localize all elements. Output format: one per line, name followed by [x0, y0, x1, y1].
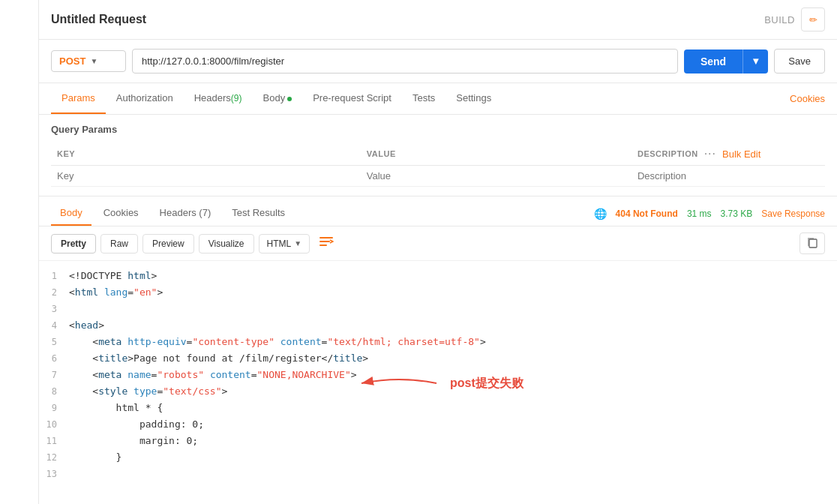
url-input[interactable] [132, 49, 678, 74]
key-input[interactable] [57, 170, 355, 182]
line-number: 9 [39, 400, 69, 416]
response-status-bar: 🌐 404 Not Found 31 ms 3.73 KB Save Respo… [594, 208, 825, 220]
tab-authorization[interactable]: Authorization [106, 83, 184, 114]
code-line: 10 padding: 0; [39, 417, 837, 434]
save-button[interactable]: Save [774, 49, 825, 74]
chevron-down-icon: ▼ [294, 239, 302, 248]
line-content: padding: 0; [69, 417, 837, 433]
params-table: KEY VALUE DESCRIPTION ··· Bulk Edit [51, 142, 825, 187]
line-number: 13 [39, 466, 69, 482]
params-row [51, 166, 825, 187]
value-column-header: VALUE [361, 142, 632, 166]
code-line: 5 <meta http-equiv="content-type" conten… [39, 334, 837, 351]
code-line: 2<html lang="en"> [39, 285, 837, 302]
key-column-header: KEY [51, 142, 361, 166]
main-content: Untitled Request BUILD ✏ POST ▼ Send ▼ [39, 0, 837, 504]
status-badge: 404 Not Found [616, 208, 678, 219]
svg-rect-3 [809, 239, 817, 248]
line-content: html * { [69, 400, 837, 416]
line-content: <!DOCTYPE html> [69, 268, 837, 284]
edit-icon: ✏ [809, 14, 818, 26]
save-response-button[interactable]: Save Response [761, 208, 825, 219]
cookies-link[interactable]: Cookies [790, 93, 825, 104]
response-time: 31 ms [687, 208, 712, 219]
line-number: 4 [39, 318, 69, 333]
language-label: HTML [267, 238, 292, 249]
globe-icon: 🌐 [594, 208, 607, 220]
language-select[interactable]: HTML ▼ [259, 234, 310, 254]
tab-headers[interactable]: Headers(9) [184, 83, 253, 114]
line-number: 1 [39, 268, 69, 284]
format-pretty-button[interactable]: Pretty [51, 234, 96, 254]
line-number: 12 [39, 450, 69, 465]
chevron-down-icon: ▼ [751, 56, 760, 67]
code-line: 12 } [39, 450, 837, 466]
tab-tests[interactable]: Tests [402, 83, 446, 114]
response-toolbar: Pretty Raw Preview Visualize HTML ▼ [39, 226, 837, 261]
code-line: 3 [39, 302, 837, 318]
tab-settings[interactable]: Settings [446, 83, 502, 114]
send-dropdown-button[interactable]: ▼ [742, 50, 768, 74]
code-line: 11 margin: 0; [39, 434, 837, 450]
copy-button[interactable] [800, 232, 825, 254]
resp-tab-headers[interactable]: Headers (7) [151, 201, 220, 226]
method-select[interactable]: POST ▼ [51, 50, 126, 72]
resp-tab-cookies[interactable]: Cookies [94, 201, 148, 226]
line-content: <title>Page not found at /film/register<… [69, 351, 837, 367]
code-area: 1<!DOCTYPE html>2<html lang="en">34<head… [39, 261, 837, 490]
resp-tab-test-results[interactable]: Test Results [223, 201, 294, 226]
code-line: 1<!DOCTYPE html> [39, 268, 837, 285]
url-bar: POST ▼ Send ▼ Save [39, 40, 837, 83]
line-number: 11 [39, 434, 69, 448]
chevron-down-icon: ▼ [90, 57, 98, 65]
send-button-group: Send ▼ [684, 50, 768, 74]
bulk-edit-button[interactable]: Bulk Edit [722, 148, 760, 160]
line-number: 5 [39, 334, 69, 350]
word-wrap-button[interactable] [314, 234, 338, 253]
line-number: 7 [39, 368, 69, 382]
tab-body[interactable]: Body [253, 83, 303, 114]
code-line: 4<head> [39, 318, 837, 334]
format-raw-button[interactable]: Raw [100, 234, 138, 254]
line-content: <head> [69, 318, 837, 334]
line-number: 3 [39, 302, 69, 316]
resp-tab-body[interactable]: Body [51, 201, 92, 226]
more-options-button[interactable]: ··· [704, 147, 716, 160]
tab-pre-request[interactable]: Pre-request Script [302, 83, 402, 114]
code-area-wrapper: 1<!DOCTYPE html>2<html lang="en">34<head… [39, 261, 837, 504]
word-wrap-icon [319, 236, 334, 250]
desc-input[interactable] [638, 170, 819, 182]
request-title: Untitled Request [51, 13, 764, 26]
code-line: 6 <title>Page not found at /film/registe… [39, 351, 837, 368]
desc-column-header: DESCRIPTION ··· Bulk Edit [632, 142, 825, 166]
method-label: POST [59, 56, 86, 67]
request-tabs-bar: Params Authorization Headers(9) Body Pre… [39, 83, 837, 115]
body-dot [287, 97, 292, 101]
build-button[interactable]: BUILD [764, 14, 795, 26]
line-content: <meta http-equiv="content-type" content=… [69, 334, 837, 350]
line-number: 2 [39, 285, 69, 300]
headers-badge: (9) [231, 93, 242, 104]
svg-rect-1 [320, 241, 330, 242]
edit-icon-button[interactable]: ✏ [801, 8, 825, 32]
line-content: <html lang="en"> [69, 285, 837, 301]
query-params-section: Query Params KEY VALUE DE [39, 115, 837, 196]
copy-icon [806, 239, 818, 250]
query-params-title: Query Params [51, 124, 825, 135]
format-visualize-button[interactable]: Visualize [199, 234, 254, 254]
line-content: <meta name="robots" content="NONE,NOARCH… [69, 368, 837, 383]
response-tabs-bar: Body Cookies Headers (7) Test Results 🌐 … [39, 196, 837, 226]
svg-rect-0 [320, 237, 333, 238]
line-number: 10 [39, 417, 69, 432]
line-content: } [69, 450, 837, 466]
line-number: 8 [39, 384, 69, 399]
tab-params[interactable]: Params [51, 83, 106, 114]
line-number: 6 [39, 351, 69, 366]
format-preview-button[interactable]: Preview [142, 234, 194, 254]
value-input[interactable] [367, 170, 626, 182]
send-button[interactable]: Send [684, 50, 742, 74]
line-content: margin: 0; [69, 434, 837, 449]
line-content: <style type="text/css"> [69, 384, 837, 400]
code-line: 9 html * { [39, 400, 837, 417]
sidebar [0, 0, 39, 504]
